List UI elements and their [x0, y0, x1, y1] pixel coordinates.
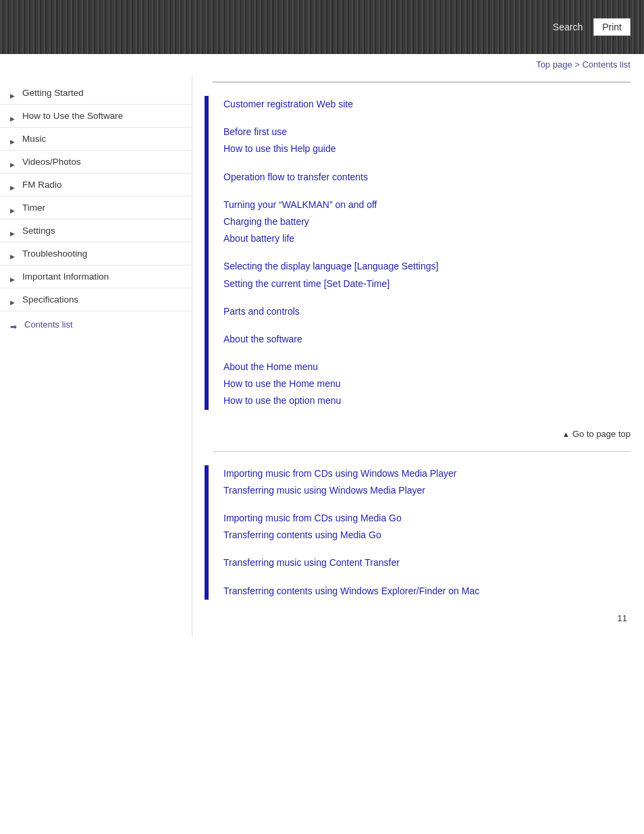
sidebar-item-getting-started[interactable]: Getting Started: [0, 82, 192, 105]
link-home-menu[interactable]: About the Home menu: [223, 359, 630, 375]
link-turning-on-off[interactable]: Turning your “WALKMAN” on and off: [223, 197, 630, 213]
sidebar-item-settings[interactable]: Settings: [0, 219, 192, 242]
page-number: 11: [213, 613, 630, 623]
link-customer-reg[interactable]: Customer registration Web site: [223, 96, 630, 113]
link-import-cds-mediago[interactable]: Importing music from CDs using Media Go: [223, 510, 630, 527]
link-group-s2-3: Transferring music using Content Transfe…: [223, 554, 630, 571]
section-getting-started: Customer registration Web site Before fi…: [213, 96, 630, 410]
content-area: Customer registration Web site Before fi…: [192, 75, 644, 637]
section-how-to-use-software: Importing music from CDs using Windows M…: [213, 465, 630, 600]
sidebar-item-specifications[interactable]: Specifications: [0, 288, 192, 311]
link-before-first-use[interactable]: Before first use: [223, 124, 630, 140]
breadcrumb-separator: >: [572, 59, 583, 70]
link-transfer-mediago[interactable]: Transferring contents using Media Go: [223, 527, 630, 544]
sidebar-item-label: Videos/Photos: [22, 157, 81, 167]
link-transfer-content-transfer[interactable]: Transferring music using Content Transfe…: [223, 554, 630, 571]
link-option-menu[interactable]: How to use the option menu: [223, 392, 630, 409]
sidebar-item-label: Troubleshooting: [22, 249, 87, 259]
link-group-4: Turning your “WALKMAN” on and off Chargi…: [223, 197, 630, 248]
chevron-right-icon: [10, 228, 17, 234]
link-transfer-wmp[interactable]: Transferring music using Windows Media P…: [223, 482, 630, 499]
link-group-s2-4: Transferring contents using Windows Expl…: [223, 583, 630, 600]
sidebar-footer-label: Contents list: [24, 319, 73, 330]
link-group-6: Parts and controls: [223, 303, 630, 320]
link-import-cds-wmp[interactable]: Importing music from CDs using Windows M…: [223, 465, 630, 482]
go-to-top-link[interactable]: Go to page top: [562, 429, 630, 439]
sidebar-contents-list-link[interactable]: Contents list: [0, 311, 192, 338]
main-layout: Getting Started How to Use the Software …: [0, 75, 644, 637]
link-group-8: About the Home menu How to use the Home …: [223, 359, 630, 410]
link-group-7: About the software: [223, 331, 630, 348]
link-how-to-use-help[interactable]: How to use this Help guide: [223, 140, 630, 157]
search-button[interactable]: Search: [547, 19, 588, 35]
sidebar-item-important-information[interactable]: Important Information: [0, 265, 192, 288]
sidebar-item-label: FM Radio: [22, 180, 62, 190]
link-operation-flow[interactable]: Operation flow to transfer contents: [223, 169, 630, 186]
link-group-1: Customer registration Web site: [223, 96, 630, 113]
link-use-home-menu[interactable]: How to use the Home menu: [223, 375, 630, 392]
chevron-right-icon: [10, 136, 17, 142]
chevron-right-icon: [10, 90, 17, 97]
top-divider: [213, 82, 630, 82]
link-charging-battery[interactable]: Charging the battery: [223, 213, 630, 230]
link-group-5: Selecting the display language [Language…: [223, 258, 630, 292]
go-to-top-label: Go to page top: [572, 429, 630, 439]
sidebar-item-how-to-use-software[interactable]: How to Use the Software: [0, 105, 192, 128]
chevron-right-icon: [10, 113, 17, 120]
chevron-right-icon: [10, 273, 17, 280]
print-button[interactable]: Print: [593, 18, 630, 36]
sidebar-item-label: Settings: [22, 226, 55, 236]
breadcrumb-contents-list[interactable]: Contents list: [582, 59, 630, 70]
triangle-up-icon: [562, 429, 572, 439]
link-group-3: Operation flow to transfer contents: [223, 169, 630, 186]
chevron-right-icon: [10, 251, 17, 257]
sidebar-item-label: Specifications: [22, 294, 78, 305]
arrow-right-icon: [10, 321, 21, 328]
sidebar-item-label: Timer: [22, 203, 45, 213]
sidebar-item-label: How to Use the Software: [22, 111, 123, 121]
link-group-s2-1: Importing music from CDs using Windows M…: [223, 465, 630, 499]
breadcrumb: Top page > Contents list: [0, 54, 644, 75]
section-bar: [205, 96, 209, 410]
chevron-right-icon: [10, 182, 17, 188]
sidebar-item-timer[interactable]: Timer: [0, 197, 192, 219]
chevron-right-icon: [10, 296, 17, 303]
sidebar-item-fm-radio[interactable]: FM Radio: [0, 174, 192, 197]
sidebar-item-videos-photos[interactable]: Videos/Photos: [0, 151, 192, 174]
sidebar-item-troubleshooting[interactable]: Troubleshooting: [0, 242, 192, 265]
chevron-right-icon: [10, 205, 17, 211]
link-transfer-explorer[interactable]: Transferring contents using Windows Expl…: [223, 583, 630, 600]
link-parts-controls[interactable]: Parts and controls: [223, 303, 630, 320]
link-about-software[interactable]: About the software: [223, 331, 630, 348]
sidebar: Getting Started How to Use the Software …: [0, 75, 192, 637]
header: Search Print: [0, 0, 644, 54]
breadcrumb-top-page[interactable]: Top page: [536, 59, 572, 70]
link-group-2: Before first use How to use this Help gu…: [223, 124, 630, 157]
sidebar-item-label: Music: [22, 134, 46, 144]
sidebar-item-label: Getting Started: [22, 88, 84, 98]
link-current-time[interactable]: Setting the current time [Set Date-Time]: [223, 276, 630, 292]
sidebar-item-music[interactable]: Music: [0, 128, 192, 151]
chevron-right-icon: [10, 159, 17, 165]
sidebar-item-label: Important Information: [22, 271, 109, 282]
link-display-language[interactable]: Selecting the display language [Language…: [223, 258, 630, 275]
link-group-s2-2: Importing music from CDs using Media Go …: [223, 510, 630, 544]
section-bar-2: [205, 465, 209, 600]
go-to-top[interactable]: Go to page top: [213, 423, 630, 444]
link-battery-life[interactable]: About battery life: [223, 230, 630, 247]
section-divider: [213, 451, 630, 452]
